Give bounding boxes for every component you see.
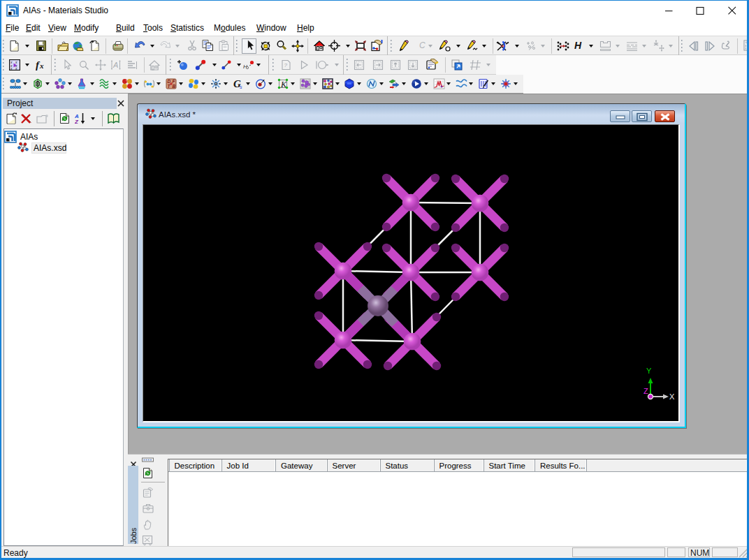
svg-text:x: x xyxy=(15,66,17,71)
svg-text:B: B xyxy=(173,84,176,89)
svg-text:X: X xyxy=(669,392,675,401)
svg-text:Z: Z xyxy=(75,119,79,124)
svg-text:x: x xyxy=(10,66,13,71)
svg-text:?: ? xyxy=(284,62,288,68)
svg-text:A: A xyxy=(112,61,118,69)
svg-text:H: H xyxy=(574,40,582,50)
svg-text:x: x xyxy=(39,61,44,70)
svg-text:C: C xyxy=(419,40,426,50)
svg-text:Z: Z xyxy=(643,387,648,395)
svg-text:D: D xyxy=(168,79,171,84)
svg-text:Y: Y xyxy=(646,367,652,375)
svg-text:s: s xyxy=(240,84,242,89)
